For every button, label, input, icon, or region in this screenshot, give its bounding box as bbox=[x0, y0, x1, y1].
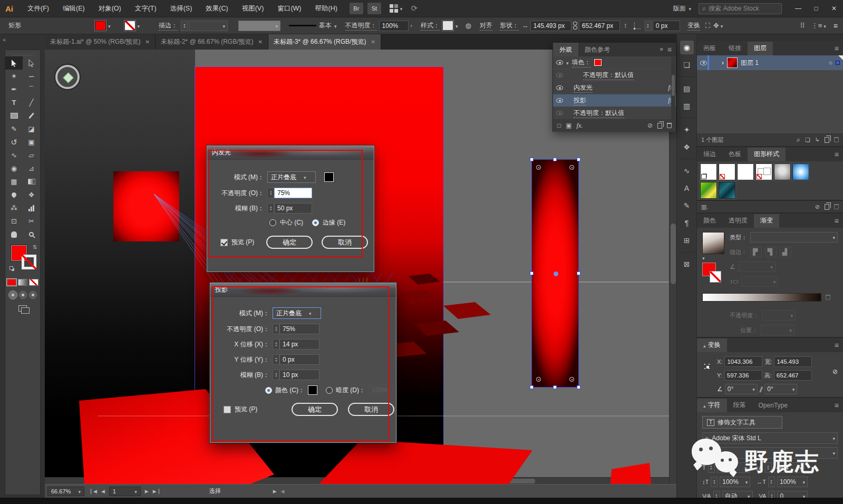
corner-radius-stepper[interactable] bbox=[645, 21, 652, 31]
panel-menu-icon[interactable] bbox=[667, 45, 672, 54]
dock-icon-grid[interactable]: ⊞ bbox=[680, 234, 694, 247]
status-back-icon[interactable]: ◀ bbox=[279, 489, 287, 494]
delete-layer-icon[interactable] bbox=[834, 137, 839, 142]
close-tab-icon[interactable]: ✕ bbox=[146, 39, 150, 45]
width-field[interactable]: 145.493 bbox=[774, 356, 812, 367]
x-field[interactable]: 1043.306 bbox=[724, 356, 762, 367]
dock-icon-export[interactable]: ⊠ bbox=[680, 257, 694, 271]
shape-builder-tool[interactable] bbox=[5, 162, 23, 175]
none-mode-button[interactable] bbox=[29, 279, 38, 286]
layer-thumbnail[interactable] bbox=[727, 57, 738, 68]
corner-radius-field[interactable]: 0 px bbox=[653, 21, 680, 31]
graphic-style-3[interactable] bbox=[737, 163, 754, 180]
corner-type-icon[interactable] bbox=[634, 23, 641, 29]
draw-inside-button[interactable] bbox=[29, 291, 37, 299]
lasso-tool[interactable] bbox=[23, 70, 40, 83]
dock-icon-brushes[interactable]: ❖ bbox=[680, 140, 694, 154]
blend-tool[interactable] bbox=[23, 188, 40, 201]
stock-search-input[interactable]: 搜索 Adobe Stock bbox=[699, 3, 782, 14]
rotate-tool[interactable] bbox=[5, 135, 23, 149]
panel-options-icon[interactable]: ⋮≡ bbox=[811, 22, 822, 30]
menu-object[interactable]: 对象(O) bbox=[92, 0, 128, 17]
menu-edit[interactable]: 编辑(E) bbox=[56, 0, 92, 17]
chevron-down-icon[interactable] bbox=[400, 5, 403, 12]
swap-fill-stroke-icon[interactable]: ⇄ bbox=[32, 245, 37, 249]
bounding-box-icon[interactable]: ⛶ bbox=[705, 22, 710, 30]
direct-selection-tool[interactable] bbox=[23, 56, 40, 70]
color-mode-button[interactable] bbox=[7, 279, 16, 286]
blur-stepper[interactable] bbox=[273, 370, 279, 380]
stroke-style-dropdown[interactable]: 基本 bbox=[289, 21, 337, 30]
h-scale-stepper[interactable] bbox=[768, 477, 775, 487]
tab-stroke[interactable]: 描边 bbox=[697, 148, 722, 161]
slice-tool[interactable] bbox=[23, 215, 40, 228]
rectangle-tool[interactable] bbox=[5, 109, 23, 122]
expand-layer-icon[interactable] bbox=[722, 59, 724, 66]
cancel-button[interactable]: 取消 bbox=[322, 236, 368, 249]
line-segment-tool[interactable] bbox=[23, 96, 40, 109]
appearance-row-opacity-2[interactable]: 不透明度：默认值 bbox=[553, 107, 676, 120]
symbol-sprayer-tool[interactable] bbox=[5, 201, 23, 215]
dock-icon-pathfinder[interactable]: ▥ bbox=[680, 99, 694, 113]
pencil-tool[interactable] bbox=[5, 122, 23, 135]
selection-handle[interactable] bbox=[577, 385, 580, 389]
graphic-style-4[interactable] bbox=[755, 163, 772, 180]
first-artboard-icon[interactable]: ◀ bbox=[91, 489, 99, 494]
duplicate-item-icon[interactable] bbox=[657, 123, 662, 129]
preview-checkbox[interactable] bbox=[220, 239, 228, 246]
shape-width-field[interactable]: 145.493 px bbox=[530, 21, 571, 31]
perspective-grid-tool[interactable] bbox=[23, 162, 40, 175]
tab-color[interactable]: 颜色 bbox=[697, 214, 722, 228]
close-tab-icon[interactable]: ✕ bbox=[371, 39, 375, 45]
menu-help[interactable]: 帮助(H) bbox=[308, 0, 344, 17]
stroke-weight-label[interactable]: 描边： bbox=[159, 21, 178, 31]
panel-menu-icon[interactable] bbox=[835, 341, 839, 350]
ok-button[interactable]: 确定 bbox=[292, 403, 338, 416]
rotate-dropdown[interactable]: 0° bbox=[725, 384, 758, 394]
eraser-tool[interactable] bbox=[23, 122, 40, 135]
tab-transparency[interactable]: 透明度 bbox=[722, 214, 754, 228]
doc-tab-2[interactable]: 未标题-2* @ 66.67% (RGB/预览)✕ bbox=[156, 34, 268, 50]
shadow-color-swatch[interactable] bbox=[308, 385, 317, 395]
dock-icon-shape[interactable]: ❏ bbox=[680, 58, 694, 72]
draw-behind-button[interactable] bbox=[19, 291, 27, 299]
shear-dropdown[interactable]: 0° bbox=[764, 384, 797, 394]
graphic-style-6[interactable] bbox=[792, 163, 809, 180]
new-sublayer-icon[interactable]: ↳ bbox=[815, 137, 820, 143]
opacity-stepper[interactable] bbox=[273, 324, 279, 334]
selection-handle[interactable] bbox=[530, 272, 534, 275]
style-label[interactable]: 样式： bbox=[421, 21, 440, 31]
h-scale-dropdown[interactable]: 100% bbox=[777, 477, 808, 487]
tab-appearance[interactable]: 外观 bbox=[553, 43, 578, 56]
stroke-weight-stepper[interactable] bbox=[181, 21, 188, 31]
graphic-style-5[interactable] bbox=[774, 163, 791, 180]
locate-object-icon[interactable] bbox=[797, 135, 800, 144]
delete-style-icon[interactable] bbox=[834, 204, 839, 209]
collapse-panel-icon[interactable]: « bbox=[3, 36, 6, 43]
v-scale-stepper[interactable] bbox=[711, 477, 718, 487]
visibility-eye-icon[interactable] bbox=[556, 98, 563, 103]
chevron-down-icon[interactable] bbox=[456, 22, 458, 30]
zoom-tool[interactable] bbox=[23, 228, 40, 241]
selection-tool[interactable] bbox=[5, 56, 23, 70]
hand-tool[interactable] bbox=[5, 228, 23, 241]
corner-radius-widget[interactable] bbox=[536, 377, 541, 382]
appearance-row-drop-shadow[interactable]: 投影 fx bbox=[553, 94, 676, 107]
menu-icon[interactable] bbox=[834, 22, 838, 30]
darkness-radio[interactable] bbox=[326, 387, 333, 394]
close-button[interactable]: ✕ bbox=[825, 2, 843, 15]
chevron-down-icon[interactable] bbox=[566, 59, 569, 66]
blur-field[interactable]: 10 px bbox=[279, 370, 319, 380]
isolate-icon[interactable]: ✥ bbox=[713, 22, 719, 30]
x-offset-field[interactable]: 14 px bbox=[279, 339, 319, 350]
dock-icon-type[interactable]: A bbox=[680, 181, 694, 195]
visibility-eye-icon[interactable] bbox=[556, 111, 563, 115]
dock-icon-align[interactable]: ▤ bbox=[680, 82, 694, 95]
selection-indicator[interactable] bbox=[836, 61, 840, 65]
opacity-field[interactable]: 75% bbox=[274, 188, 312, 198]
visibility-eye-icon[interactable] bbox=[556, 60, 563, 65]
maximize-button[interactable]: □ bbox=[807, 2, 825, 15]
sync-icon[interactable]: ⟳ bbox=[411, 4, 418, 13]
dock-icon-glyphs[interactable]: ✎ bbox=[680, 199, 694, 212]
brush-definition-dropdown[interactable] bbox=[238, 21, 280, 31]
